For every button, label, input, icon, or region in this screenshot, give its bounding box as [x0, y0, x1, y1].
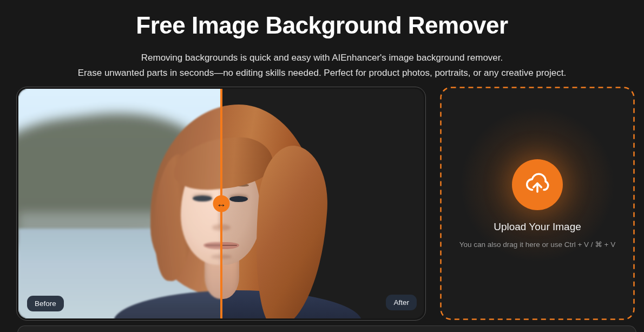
slider-drag-handle[interactable]: ↔: [213, 196, 229, 212]
before-after-comparison-panel: ↔ Before After: [16, 87, 426, 321]
subtitle-line-1: Removing backgrounds is quick and easy w…: [0, 50, 644, 66]
page-title: Free Image Background Remover: [0, 12, 644, 39]
upload-dropzone[interactable]: Upload Your Image You can also drag it h…: [440, 87, 635, 320]
right-eye-shape: [229, 196, 248, 202]
after-badge: After: [386, 295, 417, 310]
upload-button[interactable]: [512, 159, 563, 210]
before-side-blur-overlay: [18, 89, 221, 318]
page-subtitle: Removing backgrounds is quick and easy w…: [0, 50, 644, 81]
upload-hint: You can also drag it here or use Ctrl + …: [440, 240, 635, 249]
before-badge: Before: [27, 296, 64, 311]
drag-horizontal-arrow-icon: ↔: [216, 198, 226, 210]
subtitle-line-2: Erase unwanted parts in seconds—no editi…: [0, 66, 644, 81]
cloud-upload-icon: [524, 170, 551, 199]
comparison-photo: ↔ Before After: [18, 89, 424, 318]
upload-title: Upload Your Image: [440, 221, 635, 233]
bottom-section-panel: [17, 326, 636, 332]
